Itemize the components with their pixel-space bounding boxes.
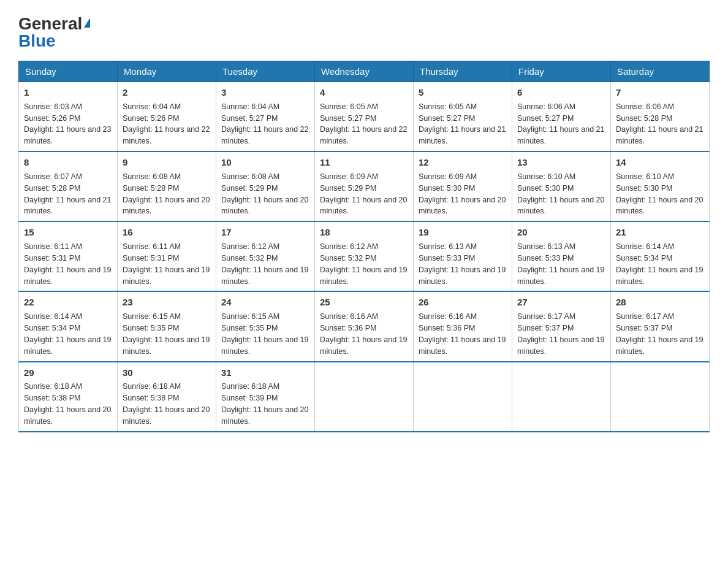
week-row-1: 1 Sunrise: 6:03 AM Sunset: 5:26 PM Dayli… xyxy=(19,82,710,152)
calendar-cell xyxy=(512,362,611,432)
day-daylight: Daylight: 11 hours and 21 minutes. xyxy=(517,125,604,145)
day-daylight: Daylight: 11 hours and 22 minutes. xyxy=(320,125,407,145)
day-sunrise: Sunrise: 6:10 AM xyxy=(517,172,575,181)
day-daylight: Daylight: 11 hours and 19 minutes. xyxy=(320,266,407,286)
day-sunset: Sunset: 5:34 PM xyxy=(616,254,672,262)
calendar-cell: 18 Sunrise: 6:12 AM Sunset: 5:32 PM Dayl… xyxy=(315,221,414,291)
day-number: 20 xyxy=(517,226,605,239)
calendar-cell: 21 Sunrise: 6:14 AM Sunset: 5:34 PM Dayl… xyxy=(611,221,710,291)
day-sunrise: Sunrise: 6:03 AM xyxy=(24,102,82,111)
day-sunrise: Sunrise: 6:14 AM xyxy=(616,242,674,251)
day-daylight: Daylight: 11 hours and 19 minutes. xyxy=(616,266,703,286)
day-sunrise: Sunrise: 6:17 AM xyxy=(616,312,674,321)
calendar-cell xyxy=(611,362,710,432)
day-sunset: Sunset: 5:36 PM xyxy=(419,324,475,332)
calendar-cell: 25 Sunrise: 6:16 AM Sunset: 5:36 PM Dayl… xyxy=(315,291,414,361)
day-sunset: Sunset: 5:31 PM xyxy=(123,254,179,262)
day-sunset: Sunset: 5:32 PM xyxy=(221,254,278,262)
day-sunset: Sunset: 5:30 PM xyxy=(419,184,475,193)
day-sunrise: Sunrise: 6:12 AM xyxy=(320,242,378,251)
day-number: 17 xyxy=(221,226,309,239)
day-sunrise: Sunrise: 6:05 AM xyxy=(320,102,378,111)
calendar-cell: 8 Sunrise: 6:07 AM Sunset: 5:28 PM Dayli… xyxy=(19,151,118,221)
day-daylight: Daylight: 11 hours and 22 minutes. xyxy=(221,125,308,145)
day-sunrise: Sunrise: 6:13 AM xyxy=(517,242,575,251)
day-sunrise: Sunrise: 6:16 AM xyxy=(419,312,477,321)
calendar-cell: 3 Sunrise: 6:04 AM Sunset: 5:27 PM Dayli… xyxy=(216,82,315,152)
day-sunset: Sunset: 5:31 PM xyxy=(24,254,80,262)
day-daylight: Daylight: 11 hours and 20 minutes. xyxy=(320,196,407,216)
day-daylight: Daylight: 11 hours and 20 minutes. xyxy=(616,196,703,216)
day-daylight: Daylight: 11 hours and 20 minutes. xyxy=(24,405,111,426)
day-number: 21 xyxy=(616,226,704,239)
day-daylight: Daylight: 11 hours and 23 minutes. xyxy=(24,125,111,145)
weekday-header-row: SundayMondayTuesdayWednesdayThursdayFrid… xyxy=(19,61,710,82)
calendar-cell: 12 Sunrise: 6:09 AM Sunset: 5:30 PM Dayl… xyxy=(414,151,512,221)
day-daylight: Daylight: 11 hours and 19 minutes. xyxy=(320,335,407,356)
day-sunrise: Sunrise: 6:08 AM xyxy=(221,172,279,181)
day-number: 9 xyxy=(123,156,211,169)
calendar-cell: 19 Sunrise: 6:13 AM Sunset: 5:33 PM Dayl… xyxy=(414,221,512,291)
day-sunrise: Sunrise: 6:16 AM xyxy=(320,312,378,321)
calendar-cell: 22 Sunrise: 6:14 AM Sunset: 5:34 PM Dayl… xyxy=(19,291,118,361)
day-daylight: Daylight: 11 hours and 20 minutes. xyxy=(419,196,506,216)
day-daylight: Daylight: 11 hours and 20 minutes. xyxy=(517,196,604,216)
day-sunset: Sunset: 5:27 PM xyxy=(320,114,376,123)
day-number: 16 xyxy=(123,226,211,239)
day-sunrise: Sunrise: 6:18 AM xyxy=(24,382,82,391)
calendar-cell: 4 Sunrise: 6:05 AM Sunset: 5:27 PM Dayli… xyxy=(315,82,414,152)
calendar-cell: 23 Sunrise: 6:15 AM Sunset: 5:35 PM Dayl… xyxy=(118,291,216,361)
weekday-header-thursday: Thursday xyxy=(414,61,512,82)
calendar-cell: 30 Sunrise: 6:18 AM Sunset: 5:38 PM Dayl… xyxy=(118,362,216,432)
calendar-cell: 31 Sunrise: 6:18 AM Sunset: 5:39 PM Dayl… xyxy=(216,362,315,432)
calendar-table: SundayMondayTuesdayWednesdayThursdayFrid… xyxy=(18,61,710,432)
day-sunrise: Sunrise: 6:13 AM xyxy=(419,242,477,251)
day-number: 18 xyxy=(320,226,408,239)
weekday-header-tuesday: Tuesday xyxy=(216,61,315,82)
day-sunset: Sunset: 5:30 PM xyxy=(616,184,672,193)
day-sunset: Sunset: 5:38 PM xyxy=(24,394,80,402)
day-number: 8 xyxy=(24,156,112,169)
day-sunset: Sunset: 5:37 PM xyxy=(517,324,574,332)
calendar-cell: 27 Sunrise: 6:17 AM Sunset: 5:37 PM Dayl… xyxy=(512,291,611,361)
calendar-cell: 20 Sunrise: 6:13 AM Sunset: 5:33 PM Dayl… xyxy=(512,221,611,291)
day-sunset: Sunset: 5:28 PM xyxy=(616,114,672,123)
calendar-cell: 2 Sunrise: 6:04 AM Sunset: 5:26 PM Dayli… xyxy=(118,82,216,152)
day-number: 7 xyxy=(616,86,704,99)
day-daylight: Daylight: 11 hours and 19 minutes. xyxy=(24,266,111,286)
day-daylight: Daylight: 11 hours and 19 minutes. xyxy=(616,335,703,356)
day-number: 11 xyxy=(320,156,408,169)
week-row-4: 22 Sunrise: 6:14 AM Sunset: 5:34 PM Dayl… xyxy=(19,291,710,361)
day-sunset: Sunset: 5:29 PM xyxy=(320,184,376,193)
weekday-header-wednesday: Wednesday xyxy=(315,61,414,82)
day-daylight: Daylight: 11 hours and 19 minutes. xyxy=(24,335,111,356)
day-sunrise: Sunrise: 6:12 AM xyxy=(221,242,279,251)
day-number: 27 xyxy=(517,296,605,309)
day-sunset: Sunset: 5:30 PM xyxy=(517,184,574,193)
calendar-cell xyxy=(414,362,512,432)
day-number: 1 xyxy=(24,86,112,99)
calendar-cell: 26 Sunrise: 6:16 AM Sunset: 5:36 PM Dayl… xyxy=(414,291,512,361)
day-number: 23 xyxy=(123,296,211,309)
weekday-header-friday: Friday xyxy=(512,61,611,82)
day-number: 10 xyxy=(221,156,309,169)
day-sunset: Sunset: 5:28 PM xyxy=(24,184,80,193)
day-number: 31 xyxy=(221,366,309,380)
week-row-3: 15 Sunrise: 6:11 AM Sunset: 5:31 PM Dayl… xyxy=(19,221,710,291)
day-sunset: Sunset: 5:39 PM xyxy=(221,394,278,402)
day-sunset: Sunset: 5:29 PM xyxy=(221,184,278,193)
day-sunset: Sunset: 5:28 PM xyxy=(123,184,179,193)
day-number: 2 xyxy=(123,86,211,99)
calendar-cell: 9 Sunrise: 6:08 AM Sunset: 5:28 PM Dayli… xyxy=(118,151,216,221)
day-sunset: Sunset: 5:36 PM xyxy=(320,324,376,332)
day-number: 30 xyxy=(123,366,211,380)
day-sunset: Sunset: 5:37 PM xyxy=(616,324,672,332)
day-number: 4 xyxy=(320,86,408,99)
day-sunset: Sunset: 5:32 PM xyxy=(320,254,376,262)
week-row-2: 8 Sunrise: 6:07 AM Sunset: 5:28 PM Dayli… xyxy=(19,151,710,221)
calendar-cell xyxy=(315,362,414,432)
weekday-header-saturday: Saturday xyxy=(611,61,710,82)
day-daylight: Daylight: 11 hours and 19 minutes. xyxy=(419,266,506,286)
day-sunrise: Sunrise: 6:14 AM xyxy=(24,312,82,321)
day-sunset: Sunset: 5:33 PM xyxy=(517,254,574,262)
